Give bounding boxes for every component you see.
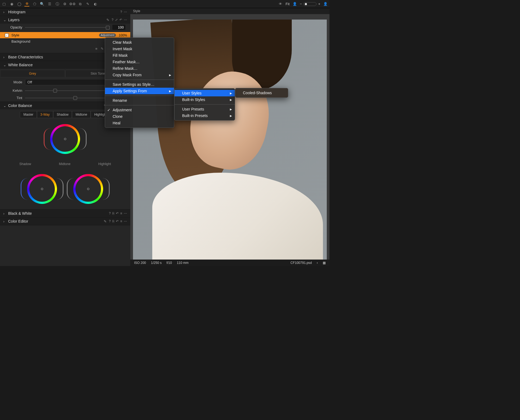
help-icon[interactable]: ? xyxy=(120,10,122,14)
chevron-right-icon: ▶ xyxy=(230,98,232,101)
undo-icon[interactable]: ↶ xyxy=(116,211,119,215)
wheel-shadow-label: Shadow xyxy=(19,162,31,166)
layers-title: Layers xyxy=(8,18,104,22)
layer-type-badge: Adjustment xyxy=(99,33,116,37)
brush-icon[interactable]: ✎ xyxy=(85,2,90,7)
ce-title: Color Editor xyxy=(8,219,102,223)
cb-tab-shadow[interactable]: Shadow xyxy=(53,111,72,118)
expand-icon[interactable]: ⤢ xyxy=(115,18,118,22)
wheel-highlight-label: Highlight xyxy=(98,162,111,166)
opacity-label: Opacity xyxy=(10,25,22,29)
aperture-value: f/10 xyxy=(166,261,172,265)
undo-icon[interactable]: ↶ xyxy=(119,18,122,22)
ctx-builtin-presets[interactable]: Built-in Presets▶ xyxy=(175,112,235,119)
crop-icon[interactable]: ⬠ xyxy=(32,2,37,7)
ctx-builtin-styles[interactable]: Built-in Styles▶ xyxy=(175,96,235,103)
fit-label[interactable]: Fit xyxy=(286,2,289,6)
check-icon: ✓ xyxy=(107,108,110,112)
layer-visibility-checkbox[interactable]: ✓ xyxy=(5,33,9,37)
user-styles-submenu: Cooled-Shadows xyxy=(235,88,288,98)
folder-icon[interactable]: ▢ xyxy=(2,2,7,7)
chevron-right-icon: ▶ xyxy=(169,90,171,93)
eye-icon[interactable]: 👁 xyxy=(278,2,283,7)
ctx-clone[interactable]: Clone xyxy=(105,113,174,120)
gears-icon[interactable]: ⚙⚙ xyxy=(70,2,75,7)
kelvin-label: Kelvin xyxy=(5,89,22,93)
contrast-icon[interactable]: ◐ xyxy=(93,2,98,7)
brush-small-icon[interactable]: ✎ xyxy=(106,18,109,22)
shutter-value: 1/250 s xyxy=(151,261,161,265)
copy-icon[interactable]: ⎘ xyxy=(112,211,114,215)
iso-value: ISO 200 xyxy=(134,261,146,265)
lens-icon[interactable]: ◯ xyxy=(17,2,22,7)
more-icon[interactable]: ⋯ xyxy=(124,219,127,223)
cb-tab-3way[interactable]: 3-Way xyxy=(37,111,53,118)
top-toolbar: ▢ ◉ ◯ ⊗ ⬠ 🔍 ☰ ⓘ ⚙ ⚙⚙ ⧉ ✎ ◐ 👁 Fit 👤 −+ 👤 xyxy=(0,0,329,8)
layers-header[interactable]: ⌄ Layers ✎ ? ⤢ ↶ ⋯ xyxy=(0,16,130,24)
ctx-user-styles[interactable]: User Styles▶ xyxy=(175,90,235,96)
help-icon[interactable]: ? xyxy=(109,219,111,223)
ctx-adjustment[interactable]: ✓Adjustment xyxy=(105,107,174,113)
ctx-cooled-shadows[interactable]: Cooled-Shadows xyxy=(235,90,288,96)
help-icon[interactable]: ? xyxy=(112,18,113,22)
gear-icon[interactable]: ⚙ xyxy=(62,2,67,7)
ctx-clear-mask[interactable]: Clear Mask xyxy=(105,39,174,46)
wb-title: White Balance xyxy=(8,63,114,67)
zoom-control[interactable]: −+ xyxy=(300,2,320,6)
crop2-icon[interactable]: ⧉ xyxy=(78,2,83,7)
menu-icon[interactable]: ≡ xyxy=(120,219,122,223)
grid-icon[interactable]: ▦ xyxy=(323,261,326,265)
cb-tab-midtone[interactable]: Midtone xyxy=(72,111,91,118)
layer-opacity: 100% xyxy=(119,33,127,37)
more-icon[interactable]: ⋯ xyxy=(124,211,127,215)
picker-icon[interactable]: ✎ xyxy=(104,219,107,223)
layer-context-menu: Clear Mask Invert Mask Fill Mask Feather… xyxy=(105,37,174,128)
prev-icon[interactable]: ‹ xyxy=(317,261,318,265)
chevron-down-icon: ⌄ xyxy=(3,63,6,67)
help-icon[interactable]: ? xyxy=(109,211,111,215)
ctx-user-presets[interactable]: User Presets▶ xyxy=(175,106,235,112)
bw-header[interactable]: › Black & White ? ⎘ ↶ ≡ ⋯ xyxy=(0,210,130,217)
ctx-copy-mask[interactable]: Copy Mask From▶ xyxy=(105,72,174,78)
chevron-right-icon: › xyxy=(3,10,6,14)
layer-name: Background xyxy=(11,39,30,43)
ctx-save-style[interactable]: Save Settings as Style… xyxy=(105,81,174,88)
midtone-wheel[interactable] xyxy=(50,124,80,154)
adjust-icon[interactable]: ☰ xyxy=(47,2,52,7)
user2-icon[interactable]: 👤 xyxy=(323,2,328,7)
opacity-value[interactable]: 100 xyxy=(112,25,125,30)
tint-label: Tint xyxy=(5,96,22,100)
ctx-heal[interactable]: Heal xyxy=(105,120,174,126)
viewer-footer: ISO 200 1/250 s f/10 110 mm CF100791.psd… xyxy=(130,260,329,266)
ctx-apply-from[interactable]: Apply Settings From▶ xyxy=(105,88,174,94)
brush2-icon[interactable]: ✎ xyxy=(101,47,104,51)
ctx-invert-mask[interactable]: Invert Mask xyxy=(105,46,174,52)
cb-tab-master[interactable]: Master xyxy=(20,111,37,118)
ctx-refine-mask[interactable]: Refine Mask… xyxy=(105,65,174,72)
more-icon[interactable]: ⋯ xyxy=(124,10,127,14)
info-icon[interactable]: ⓘ xyxy=(55,2,60,7)
tab-grey[interactable]: Grey xyxy=(0,70,65,77)
histogram-header[interactable]: › Histogram ?⋯ xyxy=(0,8,130,16)
ctx-rename[interactable]: Rename xyxy=(105,97,174,104)
chevron-right-icon: › xyxy=(3,211,6,216)
sliders-icon[interactable]: ≡ xyxy=(95,47,97,51)
more-icon[interactable]: ⋯ xyxy=(124,18,127,22)
user-icon[interactable]: 👤 xyxy=(292,2,297,7)
ce-header[interactable]: › Color Editor ✎ ? ⎘ ↶ ≡ ⋯ xyxy=(0,217,130,225)
opacity-slider[interactable] xyxy=(25,27,110,28)
chevron-right-icon: › xyxy=(3,55,6,59)
chevron-right-icon: › xyxy=(3,219,6,223)
undo-icon[interactable]: ↶ xyxy=(116,219,119,223)
ctx-fill-mask[interactable]: Fill Mask xyxy=(105,52,174,59)
highlight-wheel[interactable] xyxy=(73,174,103,204)
camera-icon[interactable]: ◉ xyxy=(9,2,14,7)
shadow-wheel[interactable] xyxy=(27,174,57,204)
ctx-feather-mask[interactable]: Feather Mask… xyxy=(105,59,174,65)
filename: CF100791.psd xyxy=(290,261,312,265)
chevron-down-icon: ⌄ xyxy=(3,104,6,108)
menu-icon[interactable]: ≡ xyxy=(120,211,122,215)
search-icon[interactable]: 🔍 xyxy=(40,2,45,7)
copy-icon[interactable]: ⎘ xyxy=(112,219,114,223)
color-icon[interactable]: ⊗ xyxy=(24,2,29,7)
